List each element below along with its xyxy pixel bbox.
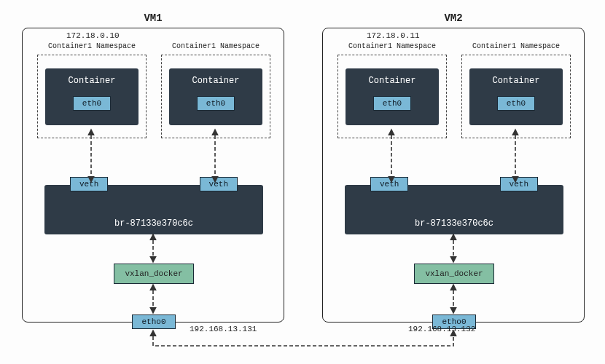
container-label: Container [469,76,563,86]
vm1-container-ip: 172.18.0.10 [66,31,120,40]
vm2-ns1-container: Container eth0 [346,68,439,125]
vm2-ns1: Container1 Namespace Container eth0 [337,55,447,138]
container-label: Container [346,76,439,86]
vm2-bridge: veth veth br-87133e370c6c [345,185,563,234]
vm1-ns2: Container1 Namespace Container eth0 [161,55,270,138]
vm2-ns2: Container1 Namespace Container eth0 [461,55,571,138]
vm1-ns1-label: Container1 Namespace [38,42,146,50]
vm2-box: VM2 172.18.0.11 Container1 Namespace Con… [322,28,585,323]
bridge-name: br-87133e370c6c [44,218,263,229]
network-diagram: VM1 172.18.0.10 Container1 Namespace Con… [0,0,605,364]
eth0-icon: eth0 [197,96,235,111]
vm1-host-iface: etho0 [130,314,177,329]
veth-tag: veth [500,177,538,191]
eth0-icon: eth0 [497,96,535,111]
bridge-name: br-87133e370c6c [345,218,563,229]
container-label: Container [45,76,138,86]
vm2-ns2-label: Container1 Namespace [462,42,570,50]
vm1-bridge: veth veth br-87133e370c6c [44,185,263,234]
container-label: Container [169,76,262,86]
vm1-box: VM1 172.18.0.10 Container1 Namespace Con… [22,28,284,323]
vm1-title: VM1 [23,12,284,24]
vm2-ns2-container: Container eth0 [469,68,563,125]
vm1-host-ip: 192.168.13.131 [190,325,257,333]
vm1-vxlan: vxlan_docker [114,264,194,284]
veth-tag: veth [200,177,238,191]
vm1-ns2-container: Container eth0 [169,68,262,125]
eth0-icon: eth0 [373,96,411,111]
vm1-ns1-container: Container eth0 [45,68,138,125]
veth-tag: veth [370,177,408,191]
vm2-vxlan: vxlan_docker [414,264,494,284]
vm2-title: VM2 [323,12,584,24]
vm1-ns1: Container1 Namespace Container eth0 [37,55,147,138]
vm1-ns2-label: Container1 Namespace [162,42,270,50]
vm2-host-ip: 192.168.13.132 [408,325,475,333]
vm2-container-ip: 172.18.0.11 [367,31,420,40]
vm2-ns1-label: Container1 Namespace [338,42,446,50]
etho0-tag: etho0 [132,314,175,329]
veth-tag: veth [70,177,108,191]
eth0-icon: eth0 [73,96,111,111]
